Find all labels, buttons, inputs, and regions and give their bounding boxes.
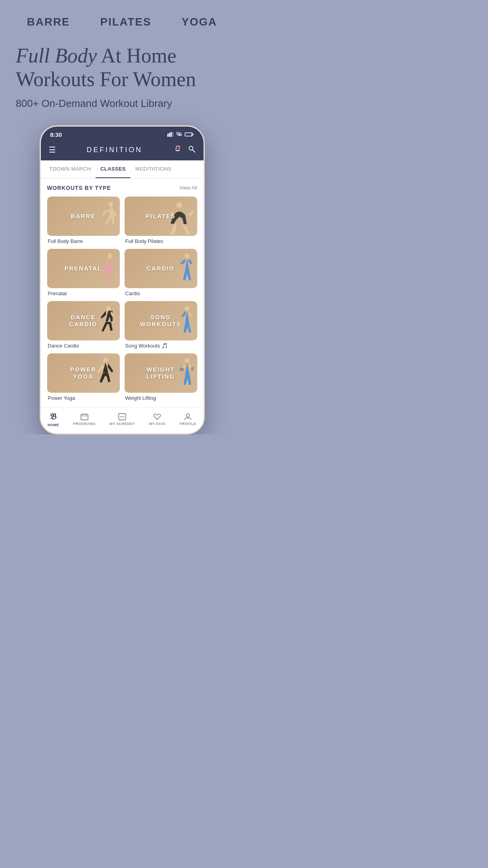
- workout-name-weight: Weight Lifting: [125, 395, 197, 401]
- svg-point-16: [106, 306, 111, 311]
- workout-card-weight[interactable]: WEIGHT LIFTING Weight Lifting: [125, 353, 197, 401]
- bottom-nav-programs-label: PROGRAMS: [73, 422, 95, 426]
- scheddy-icon: [118, 413, 127, 421]
- status-time: 8:30: [50, 131, 62, 138]
- phone-mockup: 8:30 ☰ DEFINITION: [40, 125, 205, 434]
- tab-countdown-march[interactable]: TDOWN MARCH: [45, 160, 96, 178]
- profile-icon: [183, 413, 192, 421]
- svg-rect-3: [172, 132, 173, 137]
- tab-classes[interactable]: CLASSES: [95, 160, 130, 178]
- svg-rect-2: [171, 132, 172, 137]
- workout-label-pilates: PILATES: [146, 213, 176, 220]
- bottom-nav-favs-label: MY FAVS: [149, 422, 165, 426]
- workout-card-barre[interactable]: BARRE Full Body Barre: [47, 197, 120, 244]
- bottom-nav-profile-label: PROFILE: [180, 422, 196, 426]
- workout-name-barre: Full Body Barre: [47, 238, 120, 244]
- svg-point-19: [185, 358, 189, 363]
- bottom-nav-scheddy-label: MY SCHEDDY: [110, 422, 135, 426]
- svg-point-26: [186, 414, 189, 417]
- header-left: ☰: [49, 145, 56, 154]
- workout-name-cardio: Cardio: [125, 291, 197, 296]
- svg-rect-20: [81, 414, 88, 420]
- svg-line-10: [193, 150, 195, 152]
- view-all-button[interactable]: View All: [179, 185, 197, 191]
- workout-name-pilates: Full Body Pilates: [125, 238, 197, 244]
- favs-icon: [153, 413, 161, 421]
- bell-icon[interactable]: [174, 145, 182, 155]
- category-barre[interactable]: BARRE: [27, 16, 70, 28]
- svg-point-23: [120, 416, 121, 417]
- hero-title: Full Body At HomeWorkouts For Women: [16, 44, 228, 91]
- svg-rect-0: [167, 134, 169, 137]
- workout-card-prenatal[interactable]: PRENATAL Prenatal: [47, 249, 120, 296]
- section-header: WORKOUTS BY TYPE View All: [47, 185, 197, 191]
- programs-icon: [80, 413, 89, 421]
- workout-card-dance-cardio[interactable]: DANCE CARDIO Dance Cardio: [47, 301, 120, 349]
- workout-name-dance: Dance Cardio: [47, 343, 120, 349]
- search-icon[interactable]: [188, 145, 196, 155]
- tab-meditations[interactable]: MEDITATIONS: [130, 160, 176, 178]
- workout-grid: BARRE Full Body Barre PILATES: [47, 197, 197, 401]
- bottom-nav-home-label: HOME: [48, 423, 59, 427]
- svg-rect-7: [185, 133, 191, 136]
- bottom-nav-programs[interactable]: PROGRAMS: [73, 413, 95, 426]
- app-logo: DEFINITION: [56, 146, 174, 154]
- app-content: WORKOUTS BY TYPE View All BARRE: [41, 178, 204, 407]
- svg-rect-1: [169, 133, 170, 137]
- workout-card-pilates[interactable]: PILATES Full Body Pilates: [125, 197, 197, 244]
- workout-name-yoga: Power Yoga: [47, 395, 120, 401]
- svg-point-12: [176, 202, 182, 208]
- hero-section: Full Body At HomeWorkouts For Women 800+…: [0, 36, 244, 121]
- app-header: ☰ DEFINITION: [41, 141, 204, 160]
- category-pilates[interactable]: PILATES: [100, 16, 151, 28]
- workout-label-yoga: POWER YOGA: [70, 366, 97, 380]
- workout-label-weight: WEIGHT LIFTING: [147, 366, 175, 380]
- workout-label-prenatal: PRENATAL: [64, 265, 102, 272]
- svg-rect-6: [193, 134, 194, 135]
- home-logo-icon: 𝔅: [50, 412, 57, 422]
- svg-point-17: [185, 306, 189, 311]
- workout-label-cardio: CARDIO: [147, 265, 174, 272]
- header-right: [174, 145, 196, 155]
- workout-name-prenatal: Prenatal: [47, 291, 120, 296]
- category-yoga[interactable]: YOGA: [182, 16, 217, 28]
- svg-point-15: [185, 254, 189, 258]
- svg-point-18: [103, 357, 108, 362]
- workout-card-yoga[interactable]: POWER YOGA Power Yoga: [47, 353, 120, 401]
- svg-point-4: [178, 135, 180, 136]
- svg-point-24: [122, 416, 123, 417]
- status-bar: 8:30: [41, 127, 204, 141]
- workout-name-song: Song Workouts 🎵: [125, 343, 197, 349]
- workout-card-cardio[interactable]: CARDIO Cardio: [125, 249, 197, 296]
- workout-label-dance: DANCE CARDIO: [69, 314, 97, 328]
- svg-point-25: [123, 416, 125, 417]
- menu-icon[interactable]: ☰: [49, 145, 56, 154]
- bottom-nav-home[interactable]: 𝔅 HOME: [48, 412, 59, 427]
- bottom-nav-favs[interactable]: MY FAVS: [149, 413, 165, 426]
- status-icons: [167, 132, 194, 137]
- svg-point-13: [107, 254, 112, 258]
- workout-card-song[interactable]: SONG WORKOUTS Song Workouts 🎵: [125, 301, 197, 349]
- workout-label-barre: BARRE: [71, 213, 95, 220]
- bottom-nav-profile[interactable]: PROFILE: [180, 413, 196, 426]
- section-title: WORKOUTS BY TYPE: [47, 185, 111, 191]
- top-categories-bar: BARRE PILATES YOGA: [0, 0, 244, 36]
- hero-subtitle: 800+ On-Demand Workout Library: [16, 97, 228, 110]
- nav-tabs: TDOWN MARCH CLASSES MEDITATIONS: [41, 160, 204, 178]
- workout-label-song: SONG WORKOUTS: [140, 314, 181, 328]
- bottom-nav-scheddy[interactable]: MY SCHEDDY: [110, 413, 135, 426]
- bottom-nav: 𝔅 HOME PROGRAMS MY SCHEDDY MY FAVS PROFI…: [41, 407, 204, 433]
- svg-point-8: [178, 145, 180, 148]
- svg-point-11: [108, 202, 113, 206]
- phone-mockup-container: 8:30 ☰ DEFINITION: [0, 121, 244, 434]
